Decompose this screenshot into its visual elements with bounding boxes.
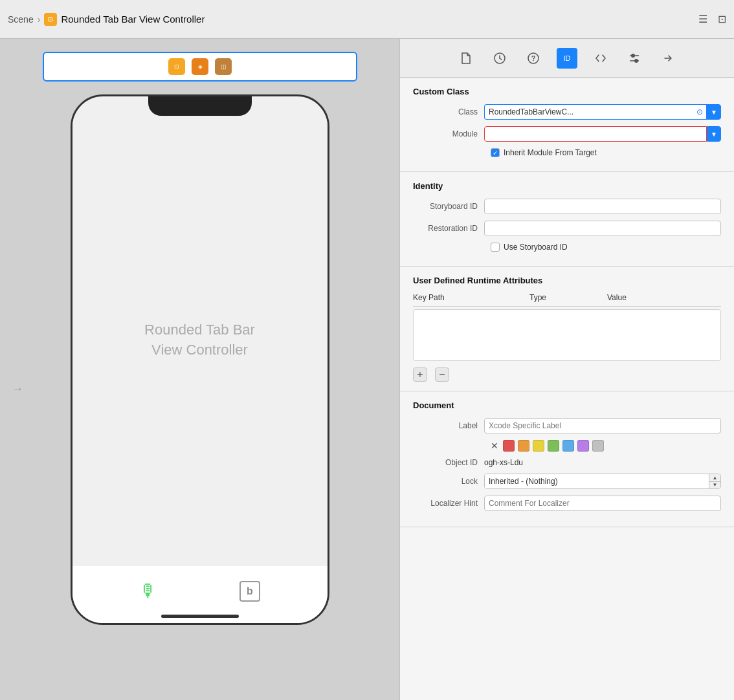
storyboard-id-label: Storyboard ID bbox=[413, 202, 484, 211]
module-label: Module bbox=[413, 129, 484, 138]
lock-stepper-arrows: ▲ ▼ bbox=[709, 474, 720, 488]
breadcrumb-scene[interactable]: Scene bbox=[8, 14, 34, 25]
inspector-icon-slider[interactable] bbox=[624, 48, 645, 69]
restoration-id-row: Restoration ID bbox=[413, 221, 721, 236]
localizer-hint-input[interactable] bbox=[484, 496, 721, 511]
identity-section: Identity Storyboard ID Restoration ID Us… bbox=[400, 172, 734, 267]
phone-content-label: Rounded Tab Bar View Controller bbox=[144, 320, 255, 360]
doc-label-input[interactable] bbox=[484, 418, 721, 433]
hamburger-icon[interactable]: ☰ bbox=[698, 13, 707, 25]
inspector-icon-clock[interactable] bbox=[489, 48, 510, 69]
class-arrow-btn[interactable]: ⊙ bbox=[693, 104, 707, 120]
selection-icon-orange: ◈ bbox=[192, 58, 208, 75]
breadcrumb: Scene › ⊡ Rounded Tab Bar View Controlle… bbox=[8, 13, 205, 26]
breadcrumb-chevron: › bbox=[38, 14, 41, 25]
class-input[interactable] bbox=[484, 104, 693, 120]
object-id-value: ogh-xs-Ldu bbox=[484, 458, 523, 467]
color-swatch-blue[interactable] bbox=[562, 440, 574, 452]
lock-label: Lock bbox=[413, 477, 484, 486]
identity-title: Identity bbox=[413, 181, 721, 191]
phone-mockup: Rounded Tab Bar View Controller 🎙 b bbox=[71, 94, 329, 625]
module-field-row: Module ▼ bbox=[413, 126, 721, 142]
storyboard-id-row: Storyboard ID bbox=[413, 199, 721, 214]
storyboard-id-input[interactable] bbox=[484, 199, 721, 214]
svg-text:?: ? bbox=[531, 54, 536, 62]
color-swatch-yellow[interactable] bbox=[533, 440, 544, 452]
color-swatch-green[interactable] bbox=[548, 440, 559, 452]
module-dropdown-btn[interactable]: ▼ bbox=[707, 126, 721, 142]
color-swatch-gray[interactable] bbox=[592, 440, 604, 452]
remove-attribute-button[interactable]: − bbox=[435, 367, 449, 382]
doc-label-row: Label bbox=[413, 418, 721, 433]
user-defined-section: User Defined Runtime Attributes Key Path… bbox=[400, 267, 734, 391]
inspector-toolbar: ? ID bbox=[400, 39, 734, 78]
module-input-container: ▼ bbox=[484, 126, 721, 142]
class-dropdown-btn[interactable]: ▼ bbox=[707, 104, 721, 120]
selection-bar[interactable]: ⊡ ◈ ◫ bbox=[43, 52, 357, 82]
document-title: Document bbox=[413, 400, 721, 410]
svg-text:⊡: ⊡ bbox=[174, 63, 179, 70]
col-key-path: Key Path bbox=[413, 293, 529, 302]
arrow-indicator: → bbox=[12, 382, 23, 396]
top-bar: Scene › ⊡ Rounded Tab Bar View Controlle… bbox=[0, 0, 734, 39]
custom-class-section: Custom Class Class ⊙ ▼ Module ▼ ✓ Inheri… bbox=[400, 78, 734, 172]
color-swatch-orange[interactable] bbox=[518, 440, 529, 452]
lock-stepper-up[interactable]: ▲ bbox=[709, 474, 720, 482]
attributes-columns: Key Path Type Value bbox=[413, 293, 721, 307]
inherit-module-checkbox[interactable]: ✓ bbox=[491, 148, 500, 157]
inspector-panel: ? ID Custom Class Class ⊙ bbox=[399, 39, 734, 700]
document-section: Document Label ✕ Object ID ogh-xs-Ldu bbox=[400, 391, 734, 527]
restoration-id-input[interactable] bbox=[484, 221, 721, 236]
attributes-body bbox=[413, 309, 721, 361]
selection-icon-brown: ◫ bbox=[215, 58, 232, 75]
col-value: Value bbox=[607, 293, 721, 302]
inspector-icon-arrow[interactable] bbox=[658, 48, 678, 69]
lock-input[interactable] bbox=[485, 474, 709, 488]
breadcrumb-title: Rounded Tab Bar View Controller bbox=[61, 14, 205, 25]
user-defined-title: User Defined Runtime Attributes bbox=[413, 276, 721, 285]
lock-stepper: ▲ ▼ bbox=[484, 474, 721, 489]
lock-stepper-down[interactable]: ▼ bbox=[709, 482, 720, 489]
doc-label-label: Label bbox=[413, 421, 484, 430]
localizer-field-row: Localizer Hint bbox=[413, 496, 721, 511]
top-bar-actions: ☰ ⊡ bbox=[698, 13, 726, 25]
tab-icon-b: b bbox=[239, 581, 260, 602]
lock-field-row: Lock ▲ ▼ bbox=[413, 474, 721, 489]
svg-text:◫: ◫ bbox=[220, 63, 226, 70]
inspector-icon-embed[interactable] bbox=[590, 48, 611, 69]
use-storyboard-row: Use Storyboard ID bbox=[413, 243, 721, 252]
use-storyboard-label: Use Storyboard ID bbox=[504, 243, 568, 252]
main-layout: ⊡ ◈ ◫ → Rounded Tab Bar View Controller … bbox=[0, 39, 734, 700]
selection-icon-yellow: ⊡ bbox=[168, 58, 185, 75]
color-swatches-row: ✕ bbox=[413, 440, 721, 452]
color-swatch-red[interactable] bbox=[503, 440, 515, 452]
breadcrumb-icon: ⊡ bbox=[44, 13, 57, 26]
inspector-icon-identity[interactable]: ID bbox=[557, 48, 577, 69]
svg-text:◈: ◈ bbox=[197, 63, 202, 70]
attributes-actions: + − bbox=[413, 361, 721, 382]
clear-color-btn[interactable]: ✕ bbox=[491, 441, 498, 451]
localizer-label: Localizer Hint bbox=[413, 499, 484, 508]
phone-screen: Rounded Tab Bar View Controller bbox=[72, 116, 328, 565]
inherit-module-label: Inherit Module From Target bbox=[504, 148, 597, 157]
custom-class-title: Custom Class bbox=[413, 87, 721, 96]
add-attribute-button[interactable]: + bbox=[413, 367, 427, 382]
object-id-row: Object ID ogh-xs-Ldu bbox=[413, 458, 721, 467]
class-field-row: Class ⊙ ▼ bbox=[413, 104, 721, 120]
class-label: Class bbox=[413, 107, 484, 116]
inherit-module-row: ✓ Inherit Module From Target bbox=[413, 148, 721, 157]
use-storyboard-checkbox[interactable] bbox=[491, 243, 500, 252]
svg-point-16 bbox=[634, 59, 638, 63]
color-swatch-purple[interactable] bbox=[577, 440, 589, 452]
restoration-id-label: Restoration ID bbox=[413, 224, 484, 233]
class-input-container: ⊙ ▼ bbox=[484, 104, 721, 120]
col-type: Type bbox=[529, 293, 607, 302]
inspector-icon-question[interactable]: ? bbox=[523, 48, 544, 69]
object-id-label: Object ID bbox=[413, 458, 484, 467]
svg-point-14 bbox=[631, 54, 635, 58]
module-input[interactable] bbox=[484, 126, 707, 142]
inspector-icon-file[interactable] bbox=[456, 48, 476, 69]
phone-notch bbox=[148, 96, 252, 116]
home-indicator bbox=[161, 615, 239, 618]
add-editor-icon[interactable]: ⊡ bbox=[718, 13, 726, 25]
